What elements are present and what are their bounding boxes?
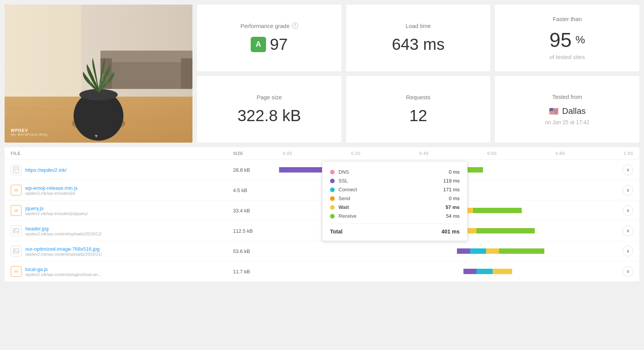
- file-link[interactable]: wp-emoji-release.min.js: [25, 185, 78, 191]
- expand-button[interactable]: ∨: [623, 225, 633, 236]
- connect-value: 171 ms: [443, 187, 460, 192]
- file-info: https://wpdev2.ink/: [11, 164, 233, 175]
- file-size: 33.4 kB: [233, 208, 279, 214]
- dns-value: 0 ms: [449, 169, 460, 175]
- receive-label: Receive: [338, 213, 446, 219]
- wait-label: Wait: [338, 204, 445, 210]
- screenshot-arrow: ▼: [94, 133, 99, 139]
- file-size: 28.8 kB: [233, 167, 279, 173]
- send-dot: [330, 196, 335, 201]
- faster-than-card: Faster than 95 % of tested sites: [495, 5, 639, 71]
- performance-grade-label: Performance grade ?: [240, 23, 298, 29]
- file-path: wpdev2.ink/wp-content/uploads/2016/12/: [25, 232, 102, 236]
- faster-than-label: Faster than: [553, 16, 582, 22]
- file-link[interactable]: header.jpg: [25, 226, 49, 232]
- sub-brand-text: My WordPress Blog: [11, 133, 48, 136]
- file-size: 11.7 kB: [233, 269, 279, 274]
- performance-info-icon[interactable]: ?: [292, 23, 298, 29]
- bar-wrapper: ∨: [279, 246, 633, 256]
- performance-grade-value: A 97: [251, 35, 288, 54]
- legend-wait-row: Wait 57 ms: [330, 203, 460, 212]
- legend-connect-row: Connect 171 ms: [330, 185, 460, 194]
- file-size: 53.6 kB: [233, 248, 279, 254]
- file-link[interactable]: jquery.js: [25, 205, 43, 211]
- table-row: JS local-ga.js wpdev2.ink/wp-content/plu…: [5, 261, 639, 281]
- expand-button[interactable]: ∨: [623, 185, 633, 196]
- receive-dot: [330, 214, 335, 219]
- tested-date: on Jan 25 at 17:42: [545, 119, 590, 125]
- tested-from-label: Tested from: [552, 94, 582, 100]
- legend-dns-row: DNS 0 ms: [330, 168, 460, 176]
- faster-than-value: 95 %: [549, 28, 585, 51]
- timeline-ticks: 0.0s 0.2s 0.4s 0.6s 0.8s 1.0s: [279, 151, 633, 156]
- connect-label: Connect: [338, 187, 443, 192]
- page-size-value: 322.8 kB: [237, 107, 301, 125]
- requests-card: Requests 12: [346, 76, 491, 143]
- ssl-dot: [330, 179, 335, 183]
- wait-value: 57 ms: [445, 204, 460, 210]
- svg-rect-7: [100, 51, 192, 62]
- file-path: wpdev2.ink/wp-content/uploads/2016/11/: [25, 252, 102, 256]
- svg-rect-1: [5, 5, 81, 97]
- js-icon: JS: [11, 185, 21, 196]
- file-info: JS wp-emoji-release.min.js wpdev2.ink/wp…: [11, 185, 233, 196]
- file-info: header.jpg wpdev2.ink/wp-content/uploads…: [11, 225, 233, 236]
- js-icon: JS: [11, 266, 21, 277]
- site-screenshot: WPDEV My WordPress Blog ▼: [5, 5, 192, 143]
- file-details: local-ga.js wpdev2.ink/wp-content/plugin…: [25, 266, 102, 277]
- expand-button[interactable]: ∨: [623, 246, 633, 256]
- site-brand-label: WPDEV My WordPress Blog: [11, 128, 48, 136]
- svg-rect-9: [181, 58, 192, 89]
- table-header-row: FILE SIZE 0.0s 0.2s 0.4s 0.6s 0.8s 1.0s: [5, 147, 639, 160]
- brand-text: WPDEV: [11, 128, 28, 133]
- svg-rect-6: [100, 58, 192, 89]
- load-time-value: 643 ms: [392, 35, 445, 54]
- file-path: wpdev2.ink/wp-includes/js/: [25, 191, 78, 196]
- doc-icon: [11, 164, 21, 175]
- file-link[interactable]: https://wpdev2.ink/: [25, 167, 67, 173]
- file-path: wpdev2.ink/wp-includes/js/jquery/: [25, 211, 88, 216]
- dns-dot: [330, 170, 335, 174]
- svg-rect-13: [13, 167, 19, 173]
- send-label: Send: [338, 196, 449, 201]
- expand-button[interactable]: ∨: [623, 266, 633, 277]
- ssl-label: SSL: [338, 178, 443, 184]
- tick-2: 0.4s: [419, 151, 429, 156]
- file-link[interactable]: our-optimized-image-768x516.jpg: [25, 246, 100, 252]
- location-row: 🇺🇸 Dallas: [549, 106, 586, 116]
- expand-button[interactable]: ∨: [623, 205, 633, 216]
- file-info: our-optimized-image-768x516.jpg wpdev2.i…: [11, 246, 233, 256]
- faster-than-sub: of tested sites: [549, 54, 585, 60]
- file-details: header.jpg wpdev2.ink/wp-content/uploads…: [25, 225, 102, 236]
- bar-wrapper: ∨: [279, 266, 633, 277]
- top-section: WPDEV My WordPress Blog ▼ Performance gr…: [0, 0, 644, 147]
- file-size: 112.5 kB: [233, 228, 279, 234]
- table-row: our-optimized-image-768x516.jpg wpdev2.i…: [5, 241, 639, 261]
- tick-0: 0.0s: [283, 151, 292, 156]
- svg-rect-17: [13, 228, 19, 233]
- tick-1: 0.2s: [351, 151, 361, 156]
- dns-label: DNS: [338, 169, 449, 175]
- tick-5: 1.0s: [624, 151, 633, 156]
- file-details: jquery.js wpdev2.ink/wp-includes/js/jque…: [25, 205, 88, 216]
- legend-ssl-row: SSL 119 ms: [330, 176, 460, 185]
- load-time-card: Load time 643 ms: [346, 5, 491, 71]
- file-size: 4.5 kB: [233, 187, 279, 193]
- file-info: JS jquery.js wpdev2.ink/wp-includes/js/j…: [11, 205, 233, 216]
- expand-button[interactable]: ∨: [623, 164, 633, 175]
- page-size-label: Page size: [256, 94, 282, 100]
- ssl-value: 119 ms: [443, 178, 460, 184]
- location-text: Dallas: [562, 106, 586, 116]
- legend-send-row: Send 0 ms: [330, 194, 460, 203]
- tick-4: 0.8s: [555, 151, 565, 156]
- timeline-column-header: 0.0s 0.2s 0.4s 0.6s 0.8s 1.0s: [279, 151, 633, 156]
- file-link[interactable]: local-ga.js: [25, 266, 48, 272]
- tick-3: 0.6s: [488, 151, 497, 156]
- legend-popup: DNS 0 ms SSL 119 ms Connect 171 ms Send …: [322, 161, 468, 241]
- requests-value: 12: [409, 107, 427, 125]
- requests-label: Requests: [406, 94, 430, 100]
- receive-value: 54 ms: [446, 213, 460, 219]
- grade-badge: A: [251, 37, 266, 52]
- load-time-label: Load time: [406, 23, 431, 29]
- file-details: wp-emoji-release.min.js wpdev2.ink/wp-in…: [25, 185, 78, 196]
